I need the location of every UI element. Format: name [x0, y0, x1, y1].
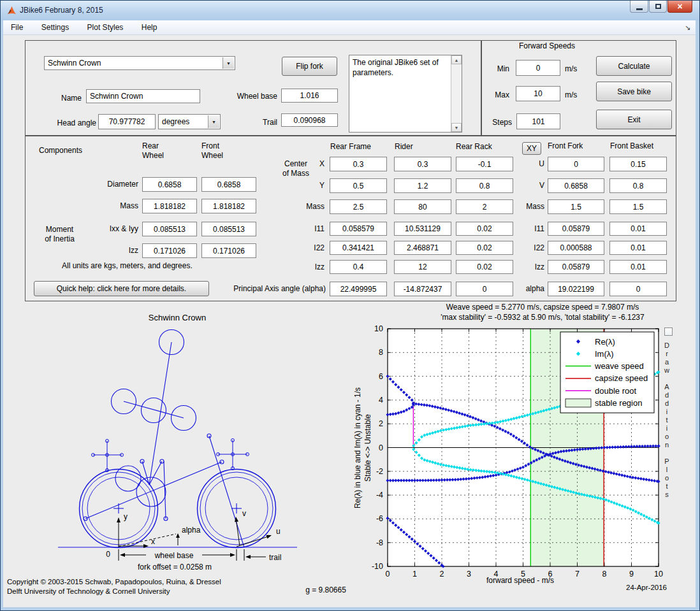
front-basket-mass-field[interactable]: 1.5 [609, 199, 667, 214]
fork-i11-label: I11 [519, 224, 544, 233]
menu-help[interactable]: Help [134, 20, 165, 34]
description-scrollbar[interactable]: ▲ ▼ [451, 55, 462, 132]
bike-drawing-title: Schwinn Crown [149, 313, 206, 322]
fork-offset-label: fork offset = 0.0258 m [138, 563, 212, 571]
rider-i11-field[interactable]: 10.531129 [394, 222, 451, 236]
max-label: Max [489, 90, 509, 99]
menu-bar: File Settings Plot Styles Help [3, 20, 696, 35]
front-fork-izz-field[interactable]: 0.05879 [548, 260, 604, 274]
menu-file[interactable]: File [3, 20, 31, 34]
front-wheel-diameter-field[interactable]: 0.6858 [201, 177, 256, 192]
min-label: Min [492, 64, 509, 73]
rear-frame-izz-field[interactable]: 0.4 [330, 260, 387, 274]
rear-frame-i22-field[interactable]: 0.341421 [330, 241, 387, 255]
close-button[interactable]: × [667, 1, 692, 13]
rider-mass-field[interactable]: 80 [394, 199, 451, 214]
copyright-text: Copyright © 2003-2015 Schwab, Papadopoul… [7, 577, 221, 596]
front-fork-alpha-field[interactable]: 19.022199 [548, 282, 604, 296]
units-note: All units are kgs, meters, and degrees. [62, 261, 193, 270]
front-wheel-izz-field[interactable]: 0.171026 [201, 243, 256, 258]
svg-text:-2: -2 [376, 467, 383, 476]
max-units-label: m/s [565, 90, 577, 99]
description-box[interactable]: The original JBike6 set of parameters. ▲… [349, 55, 462, 133]
title-bar[interactable]: JBike6 February 8, 2015 × [1, 1, 699, 20]
chevron-down-icon[interactable]: ▼ [222, 57, 234, 69]
bike-selector-dropdown[interactable]: Schwinn Crown ▼ [44, 56, 235, 70]
rear-frame-i11-field[interactable]: 0.058579 [330, 222, 387, 236]
scroll-down-icon[interactable]: ▼ [451, 123, 462, 132]
front-fork-i11-field[interactable]: 0.05879 [548, 222, 604, 236]
head-angle-field[interactable]: 70.977782 [98, 114, 156, 129]
wheel-base-field[interactable]: 1.016 [281, 89, 338, 103]
com-i22-label: I22 [305, 243, 324, 252]
rear-frame-alpha-field[interactable]: 22.499995 [330, 282, 387, 296]
front-basket-v-field[interactable]: 0.8 [609, 178, 667, 193]
svg-text:Re(λ): Re(λ) [595, 337, 615, 347]
origin-label: 0 [106, 550, 110, 559]
menu-settings[interactable]: Settings [34, 20, 77, 34]
front-wheel-header: FrontWheel [201, 141, 223, 161]
front-fork-mass-field[interactable]: 1.5 [548, 199, 604, 214]
front-basket-i11-field[interactable]: 0.01 [609, 222, 667, 236]
front-basket-alpha-field[interactable]: 0 [609, 282, 667, 296]
chevron-down-icon[interactable]: ▼ [208, 115, 219, 128]
front-wheel-mass-field[interactable]: 1.818182 [201, 199, 256, 213]
quick-help-button[interactable]: Quick help: click here for more details. [34, 281, 209, 296]
save-bike-button[interactable]: Save bike [596, 82, 672, 101]
rider-izz-field[interactable]: 12 [394, 260, 451, 274]
rear-frame-header: Rear Frame [330, 142, 371, 151]
rider-header: Rider [395, 142, 413, 151]
rear-wheel-diameter-field[interactable]: 0.6858 [142, 177, 197, 192]
menu-plot-styles[interactable]: Plot Styles [80, 20, 131, 34]
head-angle-units-value: degrees [162, 117, 189, 126]
scroll-up-icon[interactable]: ▲ [451, 55, 462, 64]
head-angle-units-dropdown[interactable]: degrees ▼ [158, 114, 221, 129]
rear-frame-x-field[interactable]: 0.3 [330, 157, 387, 171]
svg-text:Im(λ): Im(λ) [595, 349, 614, 359]
front-fork-v-field[interactable]: 0.6858 [548, 178, 604, 193]
rear-frame-mass-field[interactable]: 2.5 [330, 199, 387, 214]
rear-wheel-ixx-field[interactable]: 0.085513 [142, 222, 197, 236]
svg-text:weave speed: weave speed [594, 361, 644, 371]
restore-button[interactable] [649, 1, 667, 13]
front-basket-i22-field[interactable]: 0.01 [609, 241, 667, 255]
rear-rack-izz-field[interactable]: 0.02 [456, 260, 513, 274]
steps-field[interactable]: 101 [516, 113, 560, 129]
front-fork-i22-field[interactable]: 0.000588 [548, 241, 604, 255]
rear-wheel-mass-field[interactable]: 1.818182 [142, 199, 197, 213]
rider-alpha-field[interactable]: -14.872437 [394, 282, 451, 296]
name-field[interactable]: Schwinn Crown [86, 89, 200, 103]
svg-text:8: 8 [379, 348, 383, 357]
rear-wheel-izz-field[interactable]: 0.171026 [142, 243, 197, 258]
exit-button[interactable]: Exit [596, 110, 672, 129]
rear-rack-i22-field[interactable]: 0.02 [456, 241, 513, 255]
front-basket-izz-field[interactable]: 0.01 [609, 260, 667, 274]
xy-toggle-button[interactable]: XY [522, 142, 541, 155]
rider-x-field[interactable]: 0.3 [394, 157, 451, 171]
head-angle-label: Head angle [27, 119, 96, 127]
rear-frame-y-field[interactable]: 0.5 [330, 178, 387, 193]
description-text: The original JBike6 set of parameters. [353, 57, 449, 78]
minimize-button[interactable] [630, 1, 648, 13]
steps-label: Steps [484, 118, 512, 127]
flip-fork-button[interactable]: Flip fork [282, 57, 337, 76]
rear-rack-alpha-field[interactable]: 0 [456, 282, 513, 296]
max-speed-field[interactable]: 10 [516, 86, 560, 101]
trail-field[interactable]: 0.090968 [281, 113, 338, 127]
dock-figure-icon[interactable]: ↘ [685, 24, 690, 32]
rear-rack-i11-field[interactable]: 0.02 [456, 222, 513, 236]
draw-plots-checkbox[interactable] [664, 327, 673, 336]
rear-rack-mass-field[interactable]: 2 [456, 199, 513, 214]
front-basket-u-field[interactable]: 0.15 [609, 157, 667, 171]
front-wheel-ixx-field[interactable]: 0.085513 [201, 222, 256, 236]
min-speed-field[interactable]: 0 [516, 60, 560, 76]
bike-selector-value: Schwinn Crown [48, 59, 101, 68]
com-x-label: X [305, 159, 324, 168]
calculate-button[interactable]: Calculate [596, 56, 672, 76]
rear-rack-x-field[interactable]: -0.1 [456, 157, 513, 171]
fork-i22-label: I22 [519, 243, 544, 252]
rider-i22-field[interactable]: 2.468871 [394, 241, 451, 255]
front-fork-u-field[interactable]: 0 [548, 157, 604, 171]
rear-rack-y-field[interactable]: 0.8 [456, 178, 513, 193]
rider-y-field[interactable]: 1.2 [394, 178, 451, 193]
